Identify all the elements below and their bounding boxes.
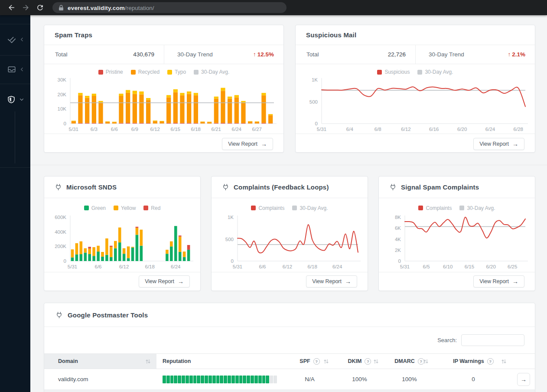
sort-icon[interactable] [145,359,151,364]
card-footer: View Report→ [44,272,200,291]
table-row[interactable]: validity.com N/A 100% 100% 0 → [44,369,535,390]
view-report-button[interactable]: View Report→ [222,138,273,150]
column-header-domain[interactable]: Domain [44,354,156,369]
help-icon[interactable]: ? [313,358,320,365]
card-header: Spam Traps [44,25,283,45]
svg-text:200K: 200K [55,244,66,249]
svg-text:1K: 1K [228,215,234,220]
stat-label: Total [55,51,68,58]
svg-text:6/12: 6/12 [401,127,410,132]
card-footer: View Report→ [296,134,535,154]
card-footer: View Report→ [44,134,283,154]
sidebar-item-inbox[interactable] [0,60,30,79]
svg-text:30K: 30K [58,77,67,82]
sidebar-item-reputation[interactable] [0,90,30,109]
google-postmaster-card: Google Postmaster Tools Search: Domain R… [44,303,535,392]
svg-text:6/24: 6/24 [232,127,242,132]
svg-text:0: 0 [64,258,66,264]
column-header-dmarc[interactable]: DMARC? [384,354,434,369]
legend-swatch [377,70,382,75]
sort-icon[interactable] [423,359,429,364]
arrow-right-icon: → [512,140,518,147]
url-text: everest.validity.com/reputation/ [68,4,154,12]
browser-forward-icon[interactable] [22,3,30,12]
svg-text:6/12: 6/12 [283,264,292,269]
browser-reload-icon[interactable] [36,3,44,12]
svg-text:500: 500 [309,99,318,105]
plug-icon [389,183,397,191]
reputation-segment [193,376,197,383]
view-report-button[interactable]: View Report→ [473,275,524,287]
arrow-right-icon: → [178,278,184,285]
plug-icon [222,183,229,191]
total-stat: Total 430,679 [44,45,164,64]
shield-icon [7,95,16,105]
reputation-segment [208,376,212,383]
view-report-button[interactable]: View Report→ [139,275,190,287]
sort-icon[interactable] [501,359,507,364]
sidebar-divider [0,24,30,24]
row-detail-button[interactable]: → [517,373,530,386]
legend-item: Pristine [98,69,123,75]
legend-swatch [143,206,148,210]
stat-value: 22,726 [388,51,406,58]
card-header: Google Postmaster Tools [44,303,535,327]
card-header: Microsoft SNDS [44,176,200,198]
svg-text:6K: 6K [395,225,401,231]
svg-text:0: 0 [231,258,234,264]
svg-text:5/31: 5/31 [233,264,242,269]
spam-traps-card: Spam Traps Total 430,679 30-Day Trend ↑1… [44,25,284,153]
svg-text:400K: 400K [55,229,66,234]
svg-text:6/16: 6/16 [429,127,439,132]
help-icon[interactable]: ? [365,358,371,365]
reputation-segment [216,376,220,383]
browser-toolbar: everest.validity.com/reputation/ [0,0,547,15]
legend-item: Recycled [131,69,160,75]
view-report-button[interactable]: View Report→ [473,138,524,150]
reputation-segment [163,376,166,383]
dmarc-cell: 100% [384,369,434,389]
url-path: /reputation/ [125,5,154,11]
sort-icon[interactable] [323,359,329,364]
card-header: Suspicious Mail [296,25,535,45]
svg-text:6/24: 6/24 [171,264,181,269]
column-header-dkim[interactable]: DKIM? [335,354,384,369]
address-bar[interactable]: everest.validity.com/reputation/ [52,2,287,13]
svg-text:6/10: 6/10 [443,264,453,269]
view-report-button[interactable]: View Report→ [306,275,357,287]
chart-block: Suspicious30-Day Avg. 05001K5/316/46/86/… [296,64,535,134]
sidebar-item-validation[interactable] [0,30,30,49]
svg-text:6/18: 6/18 [307,264,317,269]
browser-back-icon[interactable] [7,3,16,12]
main-content: Spam Traps Total 430,679 30-Day Trend ↑1… [30,15,547,392]
legend-swatch [167,70,172,75]
legend-swatch [98,70,103,75]
card-title: Spam Traps [55,31,92,39]
svg-text:8K: 8K [395,215,401,220]
svg-text:1K: 1K [312,77,318,82]
top-cards-section: Spam Traps Total 430,679 30-Day Trend ↑1… [30,15,547,165]
legend-swatch [84,206,89,210]
stats-row: Total 22,726 30-Day Trend ↑2.1% [296,45,535,64]
chevron-down-icon [19,97,24,102]
reputation-segment [186,376,189,383]
svg-text:2K: 2K [395,248,401,253]
table-search-input[interactable] [461,334,524,346]
reputation-segment [220,376,223,383]
help-icon[interactable]: ? [487,358,494,365]
chart-block: Complaints30-Day Avg. 02K4K6K8K5/316/56/… [379,198,535,272]
lock-icon [59,5,64,11]
reputation-segment [170,376,174,383]
column-header-reputation: Reputation [156,354,285,369]
sort-icon[interactable] [373,359,379,364]
svg-text:6/8: 6/8 [374,127,381,132]
reputation-segment [231,376,235,383]
svg-text:5/31: 5/31 [400,264,410,269]
column-header-spf[interactable]: SPF? [285,354,335,369]
arrow-right-icon: → [345,278,351,285]
suspicious-mail-chart: 05001K5/316/46/86/126/166/206/246/28 [302,77,529,133]
legend-item: Suspicious [377,69,410,75]
reputation-segment [189,376,193,383]
column-header-ip-warnings[interactable]: IP Warnings? [434,354,512,369]
legend-item: 30-Day Avg. [194,69,229,75]
